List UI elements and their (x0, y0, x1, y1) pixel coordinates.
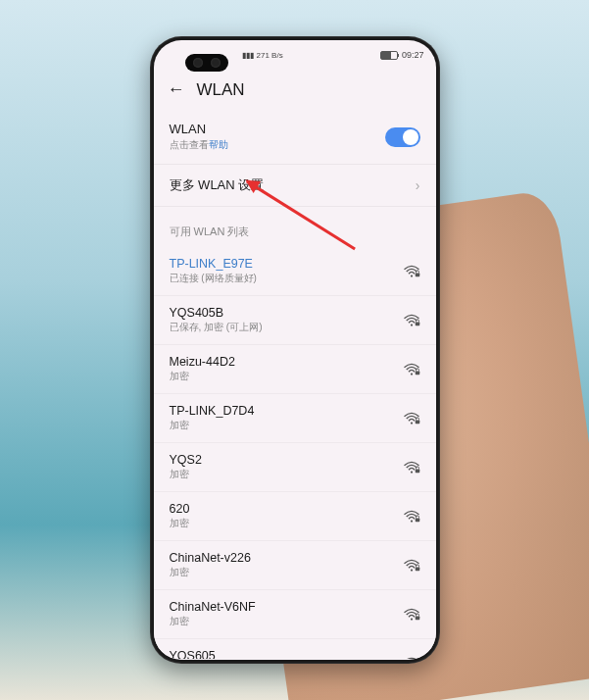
svg-point-6 (410, 422, 412, 424)
network-name: ChinaNet-V6NF (170, 600, 403, 614)
wifi-icon (403, 265, 420, 278)
svg-point-4 (410, 373, 412, 375)
chevron-right-icon: › (416, 177, 420, 193)
wifi-icon (403, 510, 420, 524)
svg-rect-7 (415, 420, 419, 424)
svg-point-10 (410, 520, 412, 522)
page-title: WLAN (197, 80, 245, 100)
network-status: 加密 (170, 566, 403, 579)
network-status: 加密 (170, 517, 403, 530)
clock: 09:27 (402, 50, 424, 60)
network-row[interactable]: Meizu-44D2 加密 (154, 345, 436, 394)
more-settings-row[interactable]: 更多 WLAN 设置 › (154, 165, 436, 207)
wifi-icon (403, 363, 420, 376)
network-list: TP-LINK_E97E 已连接 (网络质量好) YQS405B 已保存, 加密… (154, 247, 436, 659)
wlan-toggle-row[interactable]: WLAN 点击查看帮助 (154, 110, 436, 165)
svg-rect-15 (415, 616, 419, 620)
camera-notch (185, 54, 228, 72)
phone-frame: ▮▮▮ 271 B/s 09:27 ← WLAN WLAN 点击查看帮助 (150, 36, 440, 664)
wlan-sub: 点击查看帮助 (170, 138, 385, 152)
page-header: ← WLAN (154, 70, 436, 110)
phone-screen: ▮▮▮ 271 B/s 09:27 ← WLAN WLAN 点击查看帮助 (154, 40, 436, 660)
network-name: TP-LINK_D7D4 (170, 404, 403, 418)
network-speed: 271 B/s (257, 51, 283, 60)
network-name: YQS405B (170, 306, 403, 320)
network-row[interactable]: YQS605 加密 (154, 639, 436, 659)
front-camera (211, 58, 221, 68)
svg-rect-1 (415, 273, 419, 276)
svg-rect-11 (415, 518, 419, 522)
svg-point-0 (410, 275, 412, 276)
wifi-icon (403, 461, 420, 475)
network-name: YQS2 (170, 453, 403, 467)
network-row[interactable]: TP-LINK_D7D4 加密 (154, 394, 436, 443)
svg-point-2 (410, 324, 412, 325)
network-status: 已保存, 加密 (可上网) (170, 321, 403, 334)
network-status: 加密 (170, 468, 403, 481)
svg-rect-9 (415, 469, 419, 473)
svg-rect-13 (415, 567, 419, 571)
network-name: TP-LINK_E97E (170, 257, 403, 271)
signal-icon: ▮▮▮ (242, 51, 254, 60)
network-status: 已连接 (网络质量好) (170, 272, 403, 285)
wlan-label: WLAN (170, 122, 385, 136)
front-camera (193, 58, 203, 68)
network-row[interactable]: YQS2 加密 (154, 443, 436, 492)
svg-point-8 (410, 471, 412, 473)
networks-section-label: 可用 WLAN 列表 (154, 207, 436, 247)
wlan-toggle[interactable] (385, 127, 420, 147)
svg-rect-3 (415, 322, 419, 325)
content-area: WLAN 点击查看帮助 更多 WLAN 设置 › 可用 WLAN 列表 TP-L… (154, 110, 436, 659)
more-settings-label: 更多 WLAN 设置 (170, 176, 265, 194)
wifi-icon (403, 657, 420, 660)
network-name: YQS605 (170, 649, 403, 659)
wifi-icon (403, 412, 420, 425)
svg-point-14 (410, 618, 412, 620)
svg-rect-5 (415, 371, 419, 375)
network-name: 620 (170, 502, 403, 516)
network-row[interactable]: TP-LINK_E97E 已连接 (网络质量好) (154, 247, 436, 296)
wifi-icon (403, 314, 420, 327)
network-name: ChinaNet-v226 (170, 551, 403, 565)
network-row[interactable]: YQS405B 已保存, 加密 (可上网) (154, 296, 436, 345)
wifi-icon (403, 559, 420, 573)
network-status: 加密 (170, 370, 403, 383)
back-button[interactable]: ← (168, 79, 185, 100)
network-row[interactable]: ChinaNet-V6NF 加密 (154, 590, 436, 639)
network-status: 加密 (170, 419, 403, 432)
help-link[interactable]: 帮助 (209, 139, 228, 150)
network-status: 加密 (170, 615, 403, 628)
network-row[interactable]: ChinaNet-v226 加密 (154, 541, 436, 590)
wifi-icon (403, 608, 420, 622)
network-row[interactable]: 620 加密 (154, 492, 436, 541)
svg-point-12 (410, 569, 412, 571)
network-name: Meizu-44D2 (170, 355, 403, 369)
battery-icon (380, 51, 398, 60)
